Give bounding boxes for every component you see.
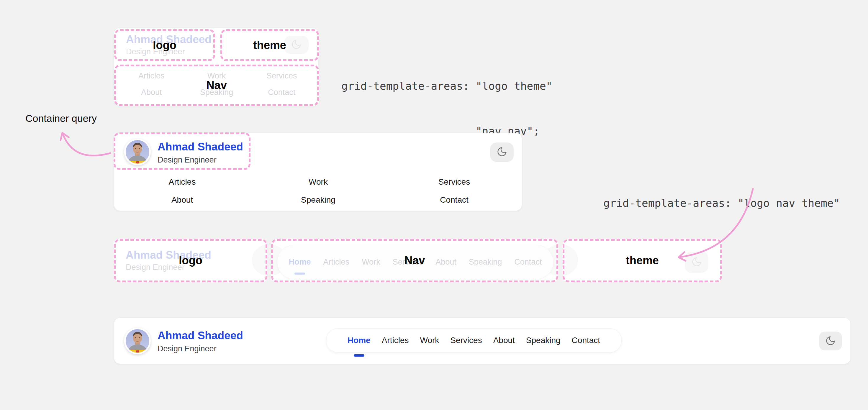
nav-link[interactable]: Services [438,177,470,187]
area-label-nav: Nav [116,66,317,104]
diagram-stage: Ahmad Shadeed Design Engineer logo theme… [0,0,868,410]
profile-name-link[interactable]: Ahmad Shadeed [158,329,243,342]
area-label-logo: logo [116,241,266,281]
header-card-medium: Ahmad Shadeed Design Engineer Articles W… [114,133,522,211]
nav-link[interactable]: About [172,195,193,205]
nav-link[interactable]: Work [420,336,439,345]
nav-pill: Home Articles Work Services About Speaki… [326,328,622,352]
area-label-nav: Nav [273,241,556,281]
nav-link[interactable]: Speaking [526,336,561,345]
nav-link[interactable]: Articles [382,336,409,345]
area-label-logo: logo [116,31,213,59]
active-underline [354,354,364,357]
moon-icon [825,335,836,347]
profile-text: Ahmad Shadeed Design Engineer [158,324,243,359]
code-line: grid-template-areas: "logo theme" [341,78,552,94]
area-label-theme: theme [564,241,720,281]
header-card-wide: Ahmad Shadeed Design Engineer Home Artic… [114,318,850,364]
grid-area-theme: theme [220,29,319,61]
code-inline: grid-template-areas: "logo nav theme" [603,165,840,241]
grid-area-logo: Ahmad Shadeed Design Engineer logo [114,29,215,61]
nav-link[interactable]: Work [309,177,328,187]
nav-link[interactable]: Contact [572,336,600,345]
moon-icon [497,146,507,158]
nav-link[interactable]: Articles [169,177,196,187]
profile-avatar [124,328,151,354]
profile-title: Design Engineer [158,344,243,354]
header-card-stacked: Ahmad Shadeed Design Engineer logo theme… [114,28,319,105]
nav-link[interactable]: Speaking [301,195,336,205]
nav-link[interactable]: About [493,336,515,345]
nav-link[interactable]: Services [450,336,482,345]
header-nav-grid: Articles Work Services About Speaking Co… [114,173,522,209]
grid-area-logo [114,132,250,170]
container-query-arrow [63,133,110,156]
grid-area-nav: Articles Work Services About Speaking Co… [114,65,319,106]
grid-area-theme-wide: theme [563,239,722,282]
area-label-theme: theme [222,31,317,59]
container-query-label: Container query [25,113,97,124]
grid-area-logo-wide: Ahmad Shadeed Design Engineer logo [114,239,267,282]
nav-link-active[interactable]: Home [347,336,371,345]
theme-toggle-button[interactable] [819,332,842,350]
grid-area-nav-wide: Home Articles Work Services About Speaki… [271,239,558,282]
theme-toggle-button[interactable] [490,143,514,162]
nav-link[interactable]: Contact [440,195,468,205]
code-line: grid-template-areas: "logo nav theme" [603,195,840,211]
